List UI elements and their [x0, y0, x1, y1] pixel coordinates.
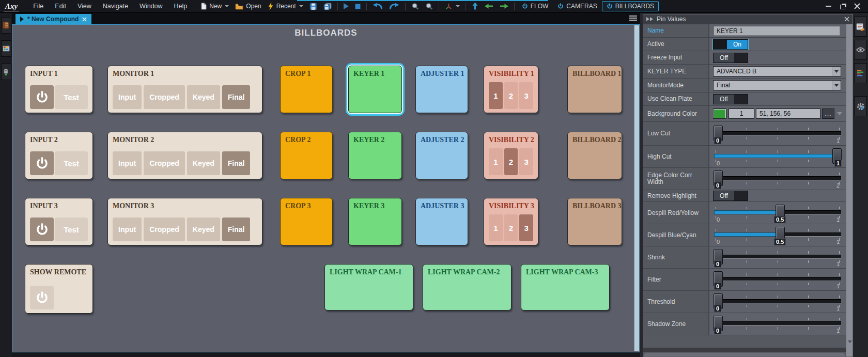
color-more-button[interactable]: ... — [822, 108, 834, 119]
power-button[interactable] — [30, 286, 54, 309]
light-wrap-cam-2-card[interactable]: LIGHT WRAP CAM-2 — [423, 264, 512, 311]
low-cut-slider[interactable]: 0 1 — [713, 124, 842, 144]
gear-icon[interactable] — [854, 96, 867, 116]
recent-button[interactable]: Recent — [265, 1, 306, 12]
main-vertical-scrollbar[interactable] — [634, 25, 639, 351]
layers-icon[interactable] — [854, 63, 867, 83]
menu-edit[interactable]: Edit — [49, 0, 72, 13]
adjuster-2-card[interactable]: ADJUSTER 2 — [415, 132, 468, 179]
monitor-option-cropped[interactable]: Cropped — [144, 218, 185, 241]
screens-icon[interactable] — [1, 40, 11, 57]
threshold-slider[interactable]: 0 1 — [713, 292, 842, 312]
menu-view[interactable]: View — [72, 0, 97, 13]
power-button[interactable] — [30, 218, 54, 241]
edge-color-corr-width-slider[interactable]: 0 2 — [713, 169, 842, 189]
save-button[interactable] — [306, 1, 320, 12]
zoom-out-button[interactable] — [408, 1, 422, 12]
keyer-3-card[interactable]: KEYER 3 — [348, 198, 402, 245]
freeze-input-toggle[interactable]: Off — [713, 53, 748, 63]
visibility-option-3[interactable]: 3 — [519, 82, 533, 109]
billboards-toggle[interactable]: BILLBOARDS — [602, 1, 659, 11]
shrink-slider[interactable]: 0 1 — [713, 247, 842, 267]
adjuster-3-card[interactable]: ADJUSTER 3 — [415, 198, 468, 245]
visibility-option-1[interactable]: 1 — [489, 214, 503, 241]
crop-3-card[interactable]: CROP 3 — [280, 198, 333, 245]
device-icon[interactable] — [1, 64, 11, 80]
close-button[interactable] — [852, 2, 862, 11]
monitor-option-keyed[interactable]: Keyed — [187, 151, 220, 175]
tab-new-compound[interactable]: * New Compound — [16, 14, 91, 24]
visibility-option-1[interactable]: 1 — [489, 82, 503, 109]
maximize-button[interactable] — [838, 2, 848, 11]
visibility-option-2[interactable]: 2 — [504, 214, 518, 241]
monitor-option-keyed[interactable]: Keyed — [187, 218, 220, 241]
monitor-option-final[interactable]: Final — [222, 85, 251, 109]
menu-file[interactable]: File — [27, 0, 49, 13]
test-button[interactable]: Test — [55, 85, 88, 109]
zoom-in-button[interactable] — [422, 1, 436, 12]
visibility-option-1[interactable]: 1 — [489, 148, 503, 175]
use-clean-plate-toggle[interactable]: Off — [713, 94, 748, 104]
library-icon[interactable] — [1, 17, 11, 34]
axis-mode-button[interactable] — [442, 1, 463, 12]
light-wrap-cam-3-card[interactable]: LIGHT WRAP CAM-3 — [521, 264, 610, 311]
active-toggle[interactable]: On — [713, 39, 748, 50]
monitor-option-keyed[interactable]: Keyed — [187, 85, 220, 109]
visibility-option-3[interactable]: 3 — [519, 214, 533, 241]
billboard-3-card[interactable]: BILLBOARD 3 — [567, 198, 622, 245]
pin-editor-icon[interactable] — [854, 17, 867, 37]
pin-vertical-scrollbar[interactable] — [846, 24, 853, 356]
open-button[interactable]: Open — [232, 1, 264, 12]
input-3-card[interactable]: INPUT 3 Test — [25, 198, 93, 245]
panel-menu-icon[interactable] — [629, 15, 637, 21]
keyer-type-dropdown[interactable]: ADVANCED B — [713, 66, 841, 76]
scroll-down-icon[interactable] — [848, 340, 852, 343]
minimize-button[interactable] — [823, 2, 833, 11]
menu-help[interactable]: Help — [168, 0, 193, 13]
save-copy-button[interactable] — [320, 1, 335, 12]
panel-close-icon[interactable] — [844, 17, 849, 22]
menu-window[interactable]: Window — [134, 0, 168, 13]
power-button[interactable] — [30, 85, 54, 109]
crop-1-card[interactable]: CROP 1 — [280, 66, 333, 113]
input-1-card[interactable]: INPUT 1 Test — [25, 66, 93, 113]
despill-blue-cyan-slider[interactable]: 0 0.5 1 — [713, 225, 842, 245]
flow-toggle[interactable]: FLOW — [517, 1, 553, 11]
monitor-option-cropped[interactable]: Cropped — [144, 85, 185, 109]
billboard-1-card[interactable]: BILLBOARD 1 — [567, 66, 622, 113]
chevron-down-icon[interactable] — [837, 112, 842, 115]
test-button[interactable]: Test — [55, 151, 88, 175]
visibility-option-2[interactable]: 2 — [504, 82, 518, 109]
back-button[interactable] — [482, 1, 497, 12]
monitor-option-input[interactable]: Input — [113, 151, 142, 175]
despill-red-yellow-slider[interactable]: 0 0.5 1 — [713, 203, 842, 223]
stop-button[interactable] — [352, 1, 364, 12]
adjuster-1-card[interactable]: ADJUSTER 1 — [415, 66, 468, 113]
eye-icon[interactable] — [854, 40, 867, 60]
monitor-option-input[interactable]: Input — [113, 85, 142, 109]
cameras-toggle[interactable]: CAMERAS — [553, 1, 601, 11]
forward-button[interactable] — [497, 1, 512, 12]
visibility-option-3[interactable]: 3 — [519, 148, 533, 175]
color-swatch[interactable] — [713, 108, 726, 119]
monitor-option-final[interactable]: Final — [222, 151, 251, 175]
monitor-mode-dropdown[interactable]: Final — [713, 80, 841, 90]
tab-close-icon[interactable] — [82, 17, 87, 22]
monitor-option-input[interactable]: Input — [113, 218, 142, 241]
light-wrap-cam-1-card[interactable]: LIGHT WRAP CAM-1 — [324, 264, 413, 311]
visibility-option-2[interactable]: 2 — [504, 148, 518, 175]
go-up-button[interactable] — [469, 1, 482, 12]
high-cut-slider[interactable]: 0 1 — [713, 147, 842, 166]
filter-slider[interactable]: 0 1 — [713, 270, 842, 289]
shadow-zone-slider[interactable]: 0 1 — [713, 314, 842, 334]
remove-highlight-toggle[interactable]: Off — [713, 191, 748, 201]
color-rgb-field[interactable]: 51, 156, 56 — [756, 108, 820, 119]
new-button[interactable]: New — [198, 1, 232, 12]
name-input[interactable] — [713, 26, 840, 36]
input-2-card[interactable]: INPUT 2 Test — [25, 132, 93, 179]
color-index-field[interactable]: 1 — [729, 108, 754, 119]
keyer-2-card[interactable]: KEYER 2 — [348, 132, 402, 179]
menu-navigate[interactable]: Navigate — [97, 0, 134, 13]
test-button[interactable]: Test — [55, 218, 88, 241]
monitor-option-final[interactable]: Final — [222, 218, 251, 241]
